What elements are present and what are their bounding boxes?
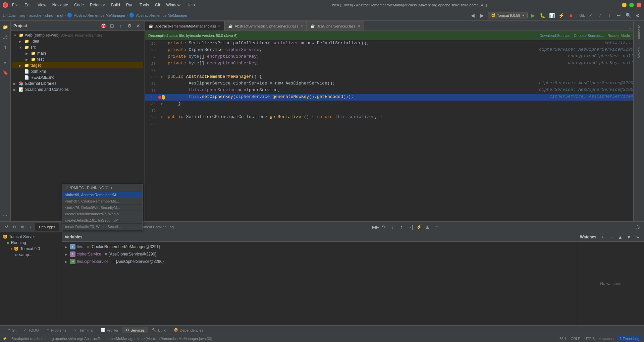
git-update-button[interactable]: ↑	[606, 12, 613, 19]
fold-marker-34[interactable]: ▼	[161, 102, 163, 106]
sidebar-icon-more[interactable]: ⋯	[1, 211, 10, 220]
code-content-31[interactable]: AesCipherService cipherService = new Aes…	[165, 80, 532, 87]
var-row-this-cs[interactable]: ▶ ∞ this.cipherService = {AesCipherServi…	[63, 258, 576, 265]
debug-step-out-button[interactable]: ↑	[398, 223, 405, 231]
run-button[interactable]: ▶	[530, 12, 537, 19]
menu-navigate[interactable]: Navigate	[50, 2, 71, 8]
tree-item-idea[interactable]: ▶ 📁 .idea	[12, 38, 143, 44]
code-content-28[interactable]: private byte[] decryptionCipherKey;	[165, 60, 561, 67]
sidebar-icon-project[interactable]: 📁	[1, 22, 10, 32]
tree-item-target[interactable]: ▶ 📁 target	[12, 62, 143, 68]
code-content-34[interactable]: }	[165, 101, 633, 107]
toolbar-tab-git[interactable]: ⎇ Git	[3, 327, 20, 333]
menu-refactor[interactable]: Refactor	[87, 2, 108, 8]
toolbar-tab-build[interactable]: 🔨 Build	[149, 327, 169, 333]
tree-item-src[interactable]: ▼ 📁 src	[12, 44, 143, 50]
svc-item-sample[interactable]: ⚙ samp...	[1, 252, 60, 258]
right-tab-maven[interactable]: Maven	[636, 45, 642, 61]
code-content-25[interactable]: private Serializer<PrincipalCollection> …	[165, 40, 598, 47]
breadcrumb-class[interactable]: AbstractRememberMeManager	[74, 13, 125, 17]
git-revert-button[interactable]: ↩	[615, 12, 623, 19]
toolbar-tab-services[interactable]: ⚙ Services	[122, 327, 148, 333]
project-hide-button[interactable]: ✕	[135, 22, 142, 30]
breadcrumb-mgt[interactable]: mgt	[57, 13, 63, 17]
tab-close-1[interactable]: ✕	[300, 24, 303, 28]
editor-tab-2[interactable]: ☕ JcaCipherService.class ✕	[307, 21, 364, 31]
reader-mode-link[interactable]: Reader Mode	[607, 34, 630, 38]
toolbar-tab-dependencies[interactable]: 📦 Dependencies	[170, 327, 207, 333]
menu-window[interactable]: Window	[163, 2, 183, 8]
breadcrumb-shiro[interactable]: shiro	[45, 13, 53, 17]
code-content-27[interactable]: private byte[] encryptionCipherKey;	[165, 54, 561, 60]
menu-file[interactable]: File	[9, 2, 21, 8]
maximize-button[interactable]	[629, 3, 634, 7]
toolbar-tab-profiler[interactable]: 📊 Profiler	[97, 327, 122, 333]
debug-evaluate-button[interactable]: ⚡	[415, 223, 423, 231]
svc-item-running[interactable]: ▶ Running	[1, 240, 60, 246]
breadcrumb-jar[interactable]: 1.4.1.jar	[3, 13, 16, 17]
code-content-30[interactable]: public AbstractRememberMeManager() {	[165, 74, 633, 80]
toolbar-tab-terminal[interactable]: >_ Terminal	[70, 327, 97, 333]
toolbar-tab-problems[interactable]: ⚠ Problems	[43, 327, 70, 333]
tree-item-readme[interactable]: ▶ 📄 README.md	[12, 74, 143, 80]
run-configuration[interactable]: 🐱 Tomcat 9.0.59 ▼	[488, 12, 528, 18]
breakpoint-33[interactable]	[158, 96, 161, 99]
search-button[interactable]: 🔍	[625, 12, 632, 19]
toolbar-tab-todo[interactable]: ✓ TODO	[20, 327, 42, 333]
svc-item-tomcat-9[interactable]: ■ 🐱 Tomcat 9.0	[1, 246, 60, 252]
debug-table-view-button[interactable]: ⊞	[424, 223, 431, 231]
editor-tab-0[interactable]: ☕ AbstractRememberMeManager.class ✕	[145, 21, 224, 31]
services-collapse-button[interactable]: ⊟	[11, 223, 18, 231]
watches-more-button[interactable]: »	[634, 233, 641, 241]
tree-item-pom[interactable]: ▶ 📄 pom.xml	[12, 68, 143, 74]
menu-help[interactable]: Help	[184, 2, 198, 8]
watches-up-button[interactable]: ▲	[616, 233, 624, 241]
var-row-this[interactable]: ▶ t this = {CookieRememberMeManager@3291…	[63, 243, 576, 250]
tab-close-0[interactable]: ✕	[218, 24, 221, 28]
services-refresh-button[interactable]: ↺	[3, 223, 10, 231]
breadcrumb-apache[interactable]: apache	[29, 13, 41, 17]
editor-tab-1[interactable]: ☕ AbstractSymmetricCipherService.class ✕	[224, 21, 307, 31]
tree-item-main[interactable]: ▶ 📁 main	[12, 50, 143, 56]
git-check-button[interactable]: ✓	[587, 12, 594, 19]
var-row-cipherservice[interactable]: ▶ f cipherService = {AesCipherService@32…	[63, 250, 576, 258]
tab-more-button[interactable]: ⋯	[625, 26, 633, 31]
svc-item-tomcat-server[interactable]: 🐱 Tomcat Server	[1, 234, 60, 240]
nav-back-button[interactable]: ◀	[469, 12, 477, 19]
debug-step-over-button[interactable]: ↷	[380, 223, 388, 231]
menu-tools[interactable]: Tools	[137, 2, 152, 8]
code-content-33[interactable]: this.setCipherKey(cipherService.generate…	[165, 94, 543, 101]
settings-button[interactable]: ⚙	[634, 12, 641, 19]
breadcrumb-org[interactable]: org	[20, 13, 25, 17]
right-tab-database[interactable]: Database	[636, 22, 642, 43]
code-content-32[interactable]: this.cipherService = cipherService;	[165, 87, 532, 94]
sidebar-icon-pull-requests[interactable]: ⬆	[1, 42, 10, 52]
debug-run-to-cursor-button[interactable]: →|	[407, 223, 414, 231]
menu-run[interactable]: Run	[123, 2, 136, 8]
tree-item-web[interactable]: ▼ 📁 web [samples-web] D:\Repo_Proj\shiro…	[12, 32, 143, 38]
menu-view[interactable]: View	[35, 2, 49, 8]
menu-code[interactable]: Code	[71, 2, 87, 8]
minimize-button[interactable]	[622, 3, 627, 7]
menu-edit[interactable]: Edit	[22, 2, 34, 8]
nav-forward-button[interactable]: ▶	[479, 12, 486, 19]
debug-button[interactable]: 🐛	[539, 12, 546, 19]
watches-down-button[interactable]: ▼	[625, 233, 633, 241]
debug-settings-button[interactable]: ≡	[433, 223, 440, 231]
download-sources-link[interactable]: Download Sources	[540, 34, 571, 38]
project-locate-button[interactable]: 🎯	[100, 22, 107, 30]
project-settings-button[interactable]: ⚙	[126, 22, 133, 30]
fold-marker-30[interactable]: ▼	[161, 75, 163, 79]
watches-remove-button[interactable]: −	[608, 233, 615, 241]
git-push-button[interactable]: ✓	[596, 12, 604, 19]
status-position[interactable]: 33:1	[559, 336, 567, 341]
code-content-36[interactable]: public Serializer<PrincipalCollection> g…	[165, 114, 633, 121]
tree-item-test[interactable]: ▶ 📁 test	[12, 56, 143, 62]
services-group-button[interactable]: ⊞	[19, 223, 26, 231]
tree-item-scratches[interactable]: ▶ 📝 Scratches and Consoles	[12, 87, 143, 93]
stop-button[interactable]: ■	[567, 12, 575, 19]
status-indent[interactable]: 4 spaces	[599, 336, 613, 341]
status-encoding[interactable]: UTF-8	[584, 336, 595, 341]
watches-add-button[interactable]: +	[599, 233, 606, 241]
fold-marker-36[interactable]: ▼	[161, 116, 163, 119]
